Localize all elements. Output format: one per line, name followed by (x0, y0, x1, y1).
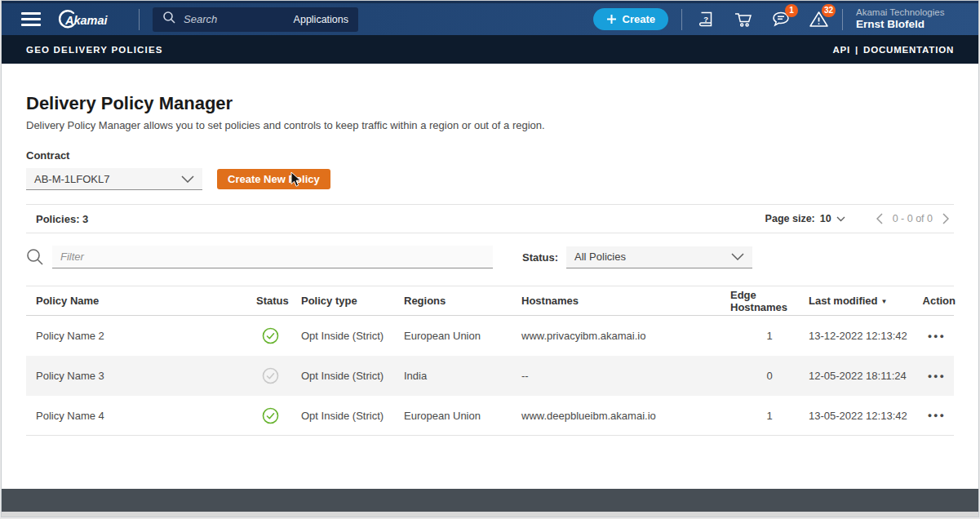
contract-value: AB-M-1LFOKL7 (34, 173, 181, 185)
hostnames-cell: www.privacyibm.akamai.io (521, 330, 730, 342)
col-regions[interactable]: Regions (404, 295, 521, 307)
main-content: Delivery Policy Manager Delivery Policy … (2, 64, 978, 489)
table-row[interactable]: Policy Name 4 Opt Inside (Strict) Europe… (26, 396, 954, 436)
status-check-icon (256, 326, 301, 345)
pagination: 0 - 0 of 0 (876, 213, 949, 224)
search-placeholder: Search (184, 13, 286, 25)
status-check-icon (256, 406, 301, 425)
alerts-badge: 32 (822, 4, 836, 17)
account-menu[interactable]: Akamai Technologies Ernst Blofeld (856, 7, 962, 32)
account-company: Akamai Technologies (856, 7, 959, 18)
chevron-down-icon (731, 253, 744, 260)
subnav-separator: | (855, 45, 858, 55)
policy-name-cell: Policy Name 4 (26, 410, 256, 422)
footer-bar (2, 489, 978, 512)
page-size-label: Page size: (765, 213, 815, 224)
api-link[interactable]: API (832, 45, 850, 55)
topbar-divider (139, 9, 140, 30)
account-user: Ernst Blofeld (856, 18, 959, 32)
col-policy-type[interactable]: Policy type (301, 295, 404, 307)
col-policy-name[interactable]: Policy Name (26, 295, 256, 307)
row-actions-icon[interactable]: ●●● (918, 372, 957, 380)
plus-icon (606, 14, 617, 24)
status-filter-select[interactable]: All Policies (566, 246, 752, 268)
pagination-range: 0 - 0 of 0 (893, 213, 933, 224)
policy-type-cell: Opt Inside (Strict) (301, 370, 404, 382)
edge-hostnames-cell: 1 (730, 410, 809, 422)
filter-search-icon (26, 248, 44, 266)
col-status[interactable]: Status (256, 295, 301, 307)
global-search-input[interactable]: Search Applications (153, 7, 358, 32)
status-check-icon (256, 366, 301, 385)
contract-label: Contract (26, 149, 954, 162)
table-header-row: Policy Name Status Policy type Regions H… (26, 286, 954, 316)
col-edge-hostnames[interactable]: Edge Hostnames (730, 289, 809, 313)
topbar-divider (681, 9, 682, 30)
last-modified-cell: 13-05-2022 12:13:42 (809, 410, 918, 422)
contract-select[interactable]: AB-M-1LFOKL7 (26, 168, 202, 190)
page-title: Delivery Policy Manager (26, 93, 954, 114)
regions-cell: European Union (404, 330, 521, 342)
app-sub-navigation: GEO DELIVERY POLICIES API | DOCUMENTATIO… (2, 35, 978, 64)
svg-text:Akamai: Akamai (64, 13, 109, 26)
bottom-strip (2, 512, 978, 517)
regions-cell: European Union (404, 410, 521, 422)
messages-icon[interactable]: 1 (770, 9, 792, 30)
policy-type-cell: Opt Inside (Strict) (301, 410, 404, 422)
svg-text:?: ? (703, 15, 708, 24)
row-actions-icon[interactable]: ●●● (918, 411, 957, 419)
row-actions-icon[interactable]: ●●● (918, 332, 957, 340)
policies-count: Policies: 3 (26, 213, 88, 225)
search-scope-selector[interactable]: Applications (294, 14, 348, 25)
top-navigation-bar: Akamai Search Applications Create ? (2, 1, 978, 35)
hostnames-cell: www.deepblueibm.akamai.io (521, 410, 730, 422)
akamai-logo: Akamai (55, 8, 126, 31)
cart-icon[interactable] (733, 9, 754, 30)
last-modified-cell: 13-12-2022 12:13:42 (809, 330, 918, 342)
edge-hostnames-cell: 0 (730, 370, 809, 382)
policies-table: Policy Name Status Policy type Regions H… (26, 286, 954, 436)
alerts-icon[interactable]: 32 (808, 9, 829, 30)
next-page-button[interactable] (942, 213, 949, 224)
col-action: Action (918, 295, 957, 307)
status-filter-label: Status: (522, 251, 558, 264)
last-modified-cell: 12-05-2022 18:11:24 (809, 370, 918, 382)
regions-cell: India (404, 370, 521, 382)
topbar-icon-group: ? 1 (695, 9, 829, 30)
policy-name-cell: Policy Name 3 (26, 370, 256, 382)
table-row[interactable]: Policy Name 2 Opt Inside (Strict) Europe… (26, 316, 954, 356)
app-title: GEO DELIVERY POLICIES (26, 45, 163, 55)
page-size-select[interactable]: Page size: 10 (765, 213, 845, 224)
policy-type-cell: Opt Inside (Strict) (301, 330, 404, 342)
chevron-right-icon (942, 213, 949, 224)
chevron-down-icon (181, 175, 194, 183)
create-new-policy-button[interactable]: Create New Policy (217, 169, 330, 189)
previous-page-button[interactable] (876, 213, 883, 224)
help-icon[interactable]: ? (695, 9, 716, 30)
col-hostnames[interactable]: Hostnames (521, 295, 730, 307)
page-subtitle: Delivery Policy Manager allows you to se… (26, 119, 954, 131)
edge-hostnames-cell: 1 (730, 330, 809, 342)
chevron-down-icon (836, 216, 845, 222)
policy-name-cell: Policy Name 2 (26, 330, 256, 342)
filter-input[interactable] (52, 246, 493, 268)
status-filter-value: All Policies (574, 251, 731, 263)
search-icon (162, 11, 176, 28)
sort-desc-icon: ▼ (881, 298, 888, 305)
topbar-divider (842, 9, 843, 30)
policies-toolbar: Policies: 3 Page size: 10 0 - 0 of 0 (26, 204, 954, 233)
col-last-modified[interactable]: Last modified▼ (809, 295, 918, 307)
page-size-value: 10 (820, 213, 831, 224)
chevron-left-icon (876, 213, 883, 224)
table-row[interactable]: Policy Name 3 Opt Inside (Strict) India … (26, 356, 954, 396)
menu-icon[interactable] (21, 12, 41, 26)
messages-badge: 1 (785, 4, 798, 17)
documentation-link[interactable]: DOCUMENTATION (863, 45, 954, 55)
hostnames-cell: -- (521, 370, 730, 382)
app-window: Akamai Search Applications Create ? (1, 0, 979, 517)
create-button[interactable]: Create (593, 8, 668, 30)
